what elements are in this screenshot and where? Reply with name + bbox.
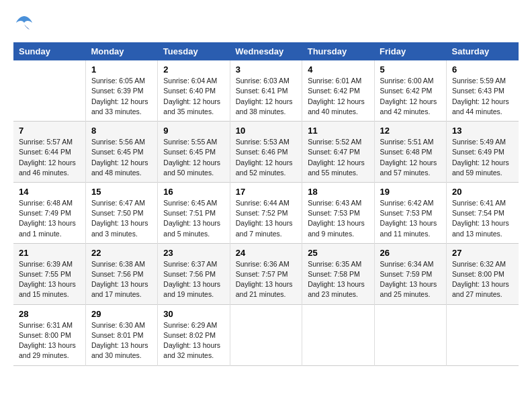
calendar-cell: 21Sunrise: 6:39 AM Sunset: 7:55 PM Dayli… bbox=[13, 243, 85, 304]
calendar-cell: 2Sunrise: 6:04 AM Sunset: 6:40 PM Daylig… bbox=[158, 60, 230, 121]
calendar-cell: 18Sunrise: 6:43 AM Sunset: 7:53 PM Dayli… bbox=[302, 182, 374, 243]
calendar-cell: 26Sunrise: 6:34 AM Sunset: 7:59 PM Dayli… bbox=[374, 243, 446, 304]
day-info: Sunrise: 6:34 AM Sunset: 7:59 PM Dayligh… bbox=[380, 259, 441, 300]
day-number: 5 bbox=[380, 64, 441, 75]
calendar-cell: 30Sunrise: 6:29 AM Sunset: 8:02 PM Dayli… bbox=[158, 304, 230, 365]
day-info: Sunrise: 6:05 AM Sunset: 6:39 PM Dayligh… bbox=[91, 76, 152, 117]
calendar-header-row: SundayMondayTuesdayWednesdayThursdayFrid… bbox=[13, 42, 519, 60]
day-number: 2 bbox=[163, 64, 224, 75]
day-info: Sunrise: 5:49 AM Sunset: 6:49 PM Dayligh… bbox=[452, 137, 513, 178]
calendar-cell: 8Sunrise: 5:56 AM Sunset: 6:45 PM Daylig… bbox=[85, 122, 157, 183]
day-info: Sunrise: 6:03 AM Sunset: 6:41 PM Dayligh… bbox=[236, 76, 296, 117]
day-info: Sunrise: 6:41 AM Sunset: 7:54 PM Dayligh… bbox=[452, 198, 513, 239]
day-number: 27 bbox=[452, 248, 513, 258]
calendar-cell: 19Sunrise: 6:42 AM Sunset: 7:53 PM Dayli… bbox=[374, 182, 446, 243]
logo-text bbox=[13, 13, 34, 36]
day-number: 21 bbox=[19, 248, 80, 258]
day-number: 6 bbox=[452, 64, 513, 75]
calendar-cell: 15Sunrise: 6:47 AM Sunset: 7:50 PM Dayli… bbox=[85, 182, 157, 243]
day-info: Sunrise: 6:01 AM Sunset: 6:42 PM Dayligh… bbox=[308, 76, 368, 117]
calendar-cell bbox=[13, 60, 85, 121]
day-number: 26 bbox=[380, 248, 441, 258]
day-number: 20 bbox=[452, 187, 513, 197]
logo bbox=[13, 13, 32, 36]
day-info: Sunrise: 5:59 AM Sunset: 6:43 PM Dayligh… bbox=[452, 76, 513, 117]
column-header-monday: Monday bbox=[85, 42, 157, 60]
day-info: Sunrise: 6:31 AM Sunset: 8:00 PM Dayligh… bbox=[19, 320, 80, 361]
day-number: 22 bbox=[91, 248, 152, 258]
calendar-cell: 23Sunrise: 6:37 AM Sunset: 7:56 PM Dayli… bbox=[158, 243, 230, 304]
calendar-cell bbox=[302, 304, 374, 365]
day-info: Sunrise: 6:48 AM Sunset: 7:49 PM Dayligh… bbox=[19, 198, 80, 239]
calendar-cell: 12Sunrise: 5:51 AM Sunset: 6:48 PM Dayli… bbox=[374, 122, 446, 183]
day-number: 3 bbox=[236, 64, 296, 75]
day-number: 18 bbox=[308, 187, 368, 197]
day-number: 8 bbox=[91, 126, 152, 136]
calendar-cell: 16Sunrise: 6:45 AM Sunset: 7:51 PM Dayli… bbox=[158, 182, 230, 243]
calendar-cell: 14Sunrise: 6:48 AM Sunset: 7:49 PM Dayli… bbox=[13, 182, 85, 243]
calendar-cell: 13Sunrise: 5:49 AM Sunset: 6:49 PM Dayli… bbox=[447, 122, 519, 183]
calendar-cell bbox=[447, 304, 519, 365]
day-number: 23 bbox=[163, 248, 224, 258]
calendar-cell: 27Sunrise: 6:32 AM Sunset: 8:00 PM Dayli… bbox=[447, 243, 519, 304]
day-info: Sunrise: 5:52 AM Sunset: 6:47 PM Dayligh… bbox=[308, 137, 368, 178]
calendar-cell: 11Sunrise: 5:52 AM Sunset: 6:47 PM Dayli… bbox=[302, 122, 374, 183]
calendar-cell: 22Sunrise: 6:38 AM Sunset: 7:56 PM Dayli… bbox=[85, 243, 157, 304]
column-header-thursday: Thursday bbox=[302, 42, 374, 60]
week-row-5: 28Sunrise: 6:31 AM Sunset: 8:00 PM Dayli… bbox=[13, 304, 519, 365]
calendar-cell: 4Sunrise: 6:01 AM Sunset: 6:42 PM Daylig… bbox=[302, 60, 374, 121]
day-info: Sunrise: 6:04 AM Sunset: 6:40 PM Dayligh… bbox=[163, 76, 224, 117]
calendar-cell: 6Sunrise: 5:59 AM Sunset: 6:43 PM Daylig… bbox=[447, 60, 519, 121]
day-number: 28 bbox=[19, 309, 80, 319]
day-info: Sunrise: 6:30 AM Sunset: 8:01 PM Dayligh… bbox=[91, 320, 152, 361]
day-info: Sunrise: 6:45 AM Sunset: 7:51 PM Dayligh… bbox=[163, 198, 224, 239]
day-info: Sunrise: 6:36 AM Sunset: 7:57 PM Dayligh… bbox=[236, 259, 296, 300]
day-number: 16 bbox=[163, 187, 224, 197]
day-number: 13 bbox=[452, 126, 513, 136]
day-info: Sunrise: 5:55 AM Sunset: 6:45 PM Dayligh… bbox=[163, 137, 224, 178]
day-info: Sunrise: 5:57 AM Sunset: 6:44 PM Dayligh… bbox=[19, 137, 80, 178]
calendar-cell: 25Sunrise: 6:35 AM Sunset: 7:58 PM Dayli… bbox=[302, 243, 374, 304]
day-info: Sunrise: 6:37 AM Sunset: 7:56 PM Dayligh… bbox=[163, 259, 224, 300]
day-number: 7 bbox=[19, 126, 80, 136]
day-number: 30 bbox=[163, 309, 224, 319]
calendar-cell: 17Sunrise: 6:44 AM Sunset: 7:52 PM Dayli… bbox=[230, 182, 302, 243]
calendar-cell bbox=[374, 304, 446, 365]
day-info: Sunrise: 6:44 AM Sunset: 7:52 PM Dayligh… bbox=[236, 198, 296, 239]
page-header bbox=[13, 13, 519, 36]
day-number: 4 bbox=[308, 64, 368, 75]
calendar-cell: 10Sunrise: 5:53 AM Sunset: 6:46 PM Dayli… bbox=[230, 122, 302, 183]
day-info: Sunrise: 6:47 AM Sunset: 7:50 PM Dayligh… bbox=[91, 198, 152, 239]
day-info: Sunrise: 6:43 AM Sunset: 7:53 PM Dayligh… bbox=[308, 198, 368, 239]
column-header-saturday: Saturday bbox=[447, 42, 519, 60]
calendar-body: 1Sunrise: 6:05 AM Sunset: 6:39 PM Daylig… bbox=[13, 60, 519, 365]
day-number: 25 bbox=[308, 248, 368, 258]
column-header-tuesday: Tuesday bbox=[158, 42, 230, 60]
day-info: Sunrise: 6:00 AM Sunset: 6:42 PM Dayligh… bbox=[380, 76, 441, 117]
week-row-3: 14Sunrise: 6:48 AM Sunset: 7:49 PM Dayli… bbox=[13, 182, 519, 243]
calendar-cell: 24Sunrise: 6:36 AM Sunset: 7:57 PM Dayli… bbox=[230, 243, 302, 304]
day-info: Sunrise: 6:38 AM Sunset: 7:56 PM Dayligh… bbox=[91, 259, 152, 300]
calendar-cell: 1Sunrise: 6:05 AM Sunset: 6:39 PM Daylig… bbox=[85, 60, 157, 121]
logo-bird-icon bbox=[15, 13, 34, 32]
calendar-cell: 5Sunrise: 6:00 AM Sunset: 6:42 PM Daylig… bbox=[374, 60, 446, 121]
calendar-cell: 29Sunrise: 6:30 AM Sunset: 8:01 PM Dayli… bbox=[85, 304, 157, 365]
calendar-cell: 9Sunrise: 5:55 AM Sunset: 6:45 PM Daylig… bbox=[158, 122, 230, 183]
day-info: Sunrise: 6:42 AM Sunset: 7:53 PM Dayligh… bbox=[380, 198, 441, 239]
day-info: Sunrise: 6:32 AM Sunset: 8:00 PM Dayligh… bbox=[452, 259, 513, 300]
day-number: 29 bbox=[91, 309, 152, 319]
day-info: Sunrise: 5:51 AM Sunset: 6:48 PM Dayligh… bbox=[380, 137, 441, 178]
day-info: Sunrise: 6:35 AM Sunset: 7:58 PM Dayligh… bbox=[308, 259, 368, 300]
day-info: Sunrise: 6:29 AM Sunset: 8:02 PM Dayligh… bbox=[163, 320, 224, 361]
calendar-cell bbox=[230, 304, 302, 365]
column-header-friday: Friday bbox=[374, 42, 446, 60]
day-number: 24 bbox=[236, 248, 296, 258]
day-number: 17 bbox=[236, 187, 296, 197]
day-info: Sunrise: 6:39 AM Sunset: 7:55 PM Dayligh… bbox=[19, 259, 80, 300]
day-number: 9 bbox=[163, 126, 224, 136]
day-number: 14 bbox=[19, 187, 80, 197]
week-row-4: 21Sunrise: 6:39 AM Sunset: 7:55 PM Dayli… bbox=[13, 243, 519, 304]
week-row-2: 7Sunrise: 5:57 AM Sunset: 6:44 PM Daylig… bbox=[13, 122, 519, 183]
column-header-sunday: Sunday bbox=[13, 42, 85, 60]
calendar-cell: 3Sunrise: 6:03 AM Sunset: 6:41 PM Daylig… bbox=[230, 60, 302, 121]
